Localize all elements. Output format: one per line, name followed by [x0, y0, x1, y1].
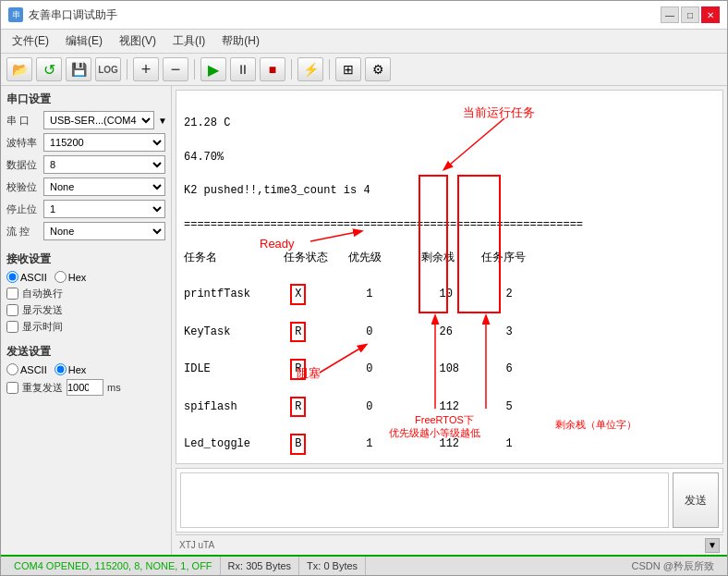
- sep2: [194, 59, 195, 80]
- auto-wrap-label: 自动换行: [22, 287, 63, 300]
- check-label: 校验位: [6, 180, 40, 194]
- display-area[interactable]: 21.28 C 64.70% K2 pushed!!,time3_count i…: [176, 90, 723, 464]
- ascii-radio[interactable]: [6, 271, 18, 283]
- send-hex-radio[interactable]: [55, 363, 67, 375]
- repeat-unit-label: ms: [107, 382, 121, 393]
- receive-section: 接收设置 ASCII Hex 自动换行: [6, 251, 165, 337]
- sep4: [329, 59, 330, 80]
- data-select[interactable]: 8: [43, 155, 165, 174]
- state-r2-box: R: [290, 359, 306, 380]
- send-mode-row: ASCII Hex: [6, 363, 165, 375]
- open-button[interactable]: 📂: [6, 57, 32, 81]
- right-panel: 21.28 C 64.70% K2 pushed!!,time3_count i…: [172, 86, 727, 555]
- window-controls: — □ ✕: [661, 6, 720, 23]
- add-button[interactable]: +: [133, 57, 159, 81]
- sep3: [291, 59, 292, 80]
- menu-tools[interactable]: 工具(I): [165, 31, 212, 51]
- bottom-toolbar-text: XTJ uTA: [179, 540, 214, 550]
- flow-select[interactable]: None: [43, 222, 165, 240]
- magic-button[interactable]: ⚡: [297, 57, 323, 81]
- input-area: 发送: [176, 468, 723, 533]
- repeat-value-input[interactable]: [67, 379, 103, 396]
- window-title: 友善串口调试助手: [29, 7, 117, 23]
- minus-button[interactable]: −: [163, 57, 188, 81]
- sidebar: 串口设置 串 口 USB-SER...(COM4 ▼ 波特率 115200 数据…: [1, 86, 172, 555]
- port-status: COM4 OPENED, 115200, 8, NONE, 1, OFF: [6, 557, 221, 575]
- show-time-label: 显示时间: [22, 320, 63, 334]
- data-label: 数据位: [6, 158, 40, 172]
- state-b1-box: B: [290, 434, 306, 455]
- baud-row: 波特率 115200: [6, 133, 165, 152]
- data-row: 数据位 8: [6, 155, 165, 174]
- main-window: 串 友善串口调试助手 — □ ✕ 文件(E) 编辑(E) 视图(V) 工具(I)…: [0, 0, 728, 576]
- menu-help[interactable]: 帮助(H): [214, 31, 267, 51]
- expand-button[interactable]: ⊞: [335, 57, 361, 81]
- send-input[interactable]: [180, 472, 669, 528]
- menu-file[interactable]: 文件(E): [5, 31, 56, 51]
- menu-view[interactable]: 视图(V): [112, 31, 164, 51]
- send-ascii-radio[interactable]: [6, 363, 18, 375]
- bottom-toolbar-right: ▼: [705, 538, 720, 553]
- show-send-checkbox[interactable]: [6, 304, 18, 316]
- ascii-radio-label[interactable]: ASCII: [6, 271, 47, 283]
- divider: ========================================…: [184, 216, 715, 234]
- send-button[interactable]: 发送: [673, 472, 719, 528]
- baud-label: 波特率: [6, 136, 40, 150]
- baud-select[interactable]: 115200: [43, 133, 165, 152]
- send-ascii-label: ASCII: [20, 364, 47, 375]
- main-content: 串口设置 串 口 USB-SER...(COM4 ▼ 波特率 115200 数据…: [1, 86, 727, 555]
- check-select[interactable]: None: [43, 178, 165, 196]
- display-text: 21.28 C 64.70% K2 pushed!!,time3_count i…: [184, 98, 715, 464]
- watermark: CSDN @矜辰所致: [625, 557, 722, 575]
- minimize-button[interactable]: —: [661, 6, 679, 23]
- scroll-down-button[interactable]: ▼: [705, 538, 720, 553]
- title-bar: 串 友善串口调试助手 — □ ✕: [1, 1, 727, 30]
- menu-edit[interactable]: 编辑(E): [58, 31, 110, 51]
- tx-status: Tx: 0 Bytes: [299, 557, 366, 575]
- stop-button[interactable]: ■: [260, 57, 285, 81]
- stop-label: 停止位: [6, 202, 40, 216]
- bottom-toolbar: XTJ uTA ▼: [176, 534, 723, 555]
- send-hex-radio-label[interactable]: Hex: [55, 363, 87, 375]
- port-label: 串 口: [6, 114, 40, 128]
- status-bar: COM4 OPENED, 115200, 8, NONE, 1, OFF Rx:…: [1, 555, 727, 575]
- auto-wrap-checkbox[interactable]: [6, 288, 18, 300]
- line2: 64.70%: [184, 149, 715, 166]
- repeat-send-checkbox[interactable]: [6, 382, 18, 394]
- send-hex-label: Hex: [68, 364, 87, 375]
- receive-mode-row: ASCII Hex: [6, 271, 165, 283]
- save-button[interactable]: 💾: [66, 57, 91, 81]
- task-row-3: IDLE R 0 108 6: [184, 359, 715, 380]
- close-button[interactable]: ✕: [701, 6, 720, 23]
- refresh-button[interactable]: ↺: [36, 57, 62, 81]
- hex-radio[interactable]: [55, 271, 67, 283]
- state-x-box: X: [290, 284, 306, 305]
- flow-label: 流 控: [6, 225, 40, 239]
- flow-row: 流 控 None: [6, 222, 165, 240]
- toolbar: 📂 ↺ 💾 LOG + − ▶ ⏸ ■ ⚡ ⊞ ⚙: [1, 54, 727, 86]
- port-select[interactable]: USB-SER...(COM4: [43, 111, 154, 129]
- send-ascii-radio-label[interactable]: ASCII: [6, 363, 47, 375]
- hex-radio-label[interactable]: Hex: [55, 271, 87, 283]
- task-row-1: printfTask X 1 10 2: [184, 284, 715, 305]
- auto-wrap-row: 自动换行: [6, 287, 165, 300]
- show-send-label: 显示发送: [22, 303, 63, 317]
- port-section-title: 串口设置: [6, 92, 165, 107]
- state-r3-box: R: [290, 397, 306, 418]
- stop-select[interactable]: 1: [43, 200, 165, 218]
- settings-button[interactable]: ⚙: [365, 57, 391, 81]
- line3: K2 pushed!!,time3_count is 4: [184, 182, 715, 200]
- show-time-checkbox[interactable]: [6, 321, 18, 333]
- task-row-4: spiflash R 0 112 5: [184, 397, 715, 418]
- sep1: [127, 59, 127, 80]
- app-icon: 串: [8, 7, 23, 22]
- play-button[interactable]: ▶: [200, 57, 226, 81]
- maximize-button[interactable]: □: [681, 6, 699, 23]
- task-row-2: KeyTask R 0 26 3: [184, 322, 715, 343]
- log-button[interactable]: LOG: [95, 57, 121, 81]
- title-bar-left: 串 友善串口调试助手: [8, 7, 117, 23]
- port-arrow-icon: ▼: [158, 116, 167, 126]
- hex-label: Hex: [68, 272, 87, 283]
- pause-button[interactable]: ⏸: [230, 57, 256, 81]
- rx-status: Rx: 305 Bytes: [221, 557, 299, 575]
